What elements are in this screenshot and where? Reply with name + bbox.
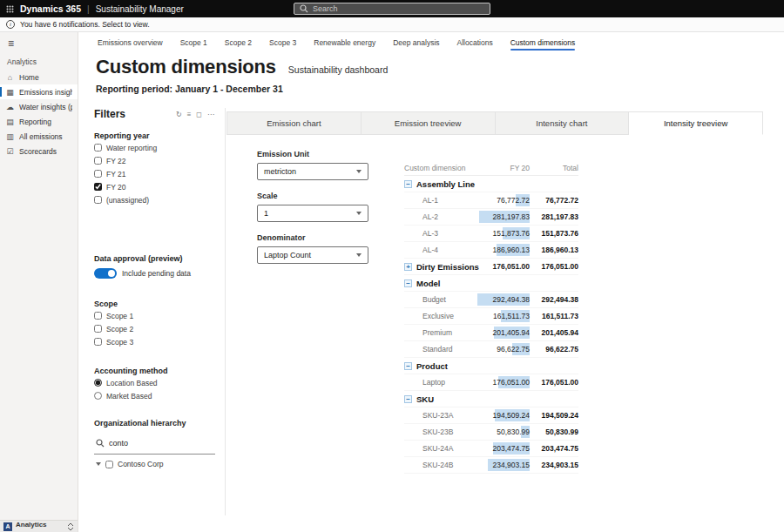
tree-row[interactable]: SKU-23B 50,830.99 50,830.99 [404, 424, 578, 441]
tab-intensity-chart[interactable]: Intensity chart [496, 111, 630, 135]
radio[interactable] [94, 392, 102, 400]
collapse-icon[interactable]: − [404, 180, 412, 188]
tree-group-row[interactable]: −SKU [404, 391, 578, 407]
sidebar-item-all-emissions[interactable]: ▥ All emissions [0, 129, 78, 144]
radio-market-based[interactable]: Market Based [94, 390, 214, 401]
tab-label: Emission treeview [395, 118, 462, 128]
tab-scope-3[interactable]: Scope 3 [269, 32, 296, 53]
checkbox[interactable] [94, 196, 102, 204]
checkbox-scope-1[interactable]: Scope 1 [94, 310, 214, 321]
checkbox-water-reporting[interactable]: Water reporting [94, 142, 214, 153]
emission-unit-dropdown[interactable]: metricton [257, 163, 368, 180]
collapse-icon[interactable]: − [404, 362, 412, 370]
scale-dropdown[interactable]: 1 [257, 205, 368, 222]
tree-group-row[interactable]: +Dirty Emissions 176,051.00 176,051.00 [404, 259, 578, 275]
tree-row[interactable]: AL-2 281,197.83 281,197.83 [404, 209, 578, 226]
dropdown-value: 1 [264, 209, 268, 218]
row-label: AL-3 [404, 229, 477, 238]
search-input[interactable] [313, 4, 484, 13]
tree-row[interactable]: SKU-23A 194,509.24 194,509.24 [404, 407, 578, 424]
tree-row[interactable]: Budget 292,494.38 292,494.38 [404, 292, 578, 308]
checkbox[interactable] [94, 183, 102, 191]
tree-row[interactable]: AL-3 151,873.76 151,873.76 [404, 226, 578, 242]
checkbox[interactable] [94, 338, 102, 346]
checkbox-scope-2[interactable]: Scope 2 [94, 323, 214, 334]
tab-emissions-overview[interactable]: Emissions overview [98, 32, 163, 53]
org-hierarchy-search[interactable] [94, 433, 215, 455]
filter-menu-icon[interactable]: ≡ [187, 111, 192, 118]
menu-icon[interactable]: ≡ [0, 32, 78, 53]
sidebar-item-reporting[interactable]: ▤ Reporting [0, 114, 78, 129]
tab-intensity-treeview[interactable]: Intensity treeview [629, 111, 763, 135]
more-options-icon[interactable]: ⋯ [207, 111, 214, 118]
tree-row[interactable]: Standard 96,622.75 96,622.75 [404, 341, 578, 358]
checkbox[interactable] [94, 170, 102, 178]
denominator-dropdown[interactable]: Laptop Count [257, 246, 368, 264]
chevron-down-icon[interactable] [96, 462, 101, 466]
area-switcher[interactable]: A Analytics [0, 520, 78, 532]
option-label: FY 20 [106, 183, 126, 192]
filters-title: Filters [94, 108, 125, 120]
tree-group-row[interactable]: −Model [404, 275, 578, 292]
collapse-icon[interactable]: − [404, 279, 412, 287]
emission-unit-label: Emission Unit [257, 150, 368, 158]
checkbox[interactable] [94, 312, 102, 320]
checkbox[interactable] [94, 157, 102, 165]
dropdown-value: Laptop Count [264, 251, 311, 259]
chevron-down-icon [356, 253, 362, 257]
app-name-label[interactable]: Sustainability Manager [96, 4, 184, 14]
reset-filters-icon[interactable]: ↻ [176, 111, 182, 118]
tab-custom-dimensions[interactable]: Custom dimensions [510, 32, 576, 53]
row-label: AL-1 [404, 196, 477, 205]
tree-group-row[interactable]: −Assembly Line [404, 176, 578, 192]
tree-group-row[interactable]: −Product [404, 358, 578, 374]
sidebar-item-label: Scorecards [19, 147, 57, 156]
sidebar-item-emissions-insights[interactable]: ▦ Emissions insights [0, 84, 78, 99]
tab-emission-chart[interactable]: Emission chart [226, 111, 362, 135]
tab-allocations[interactable]: Allocations [457, 32, 493, 53]
checkbox-fy21[interactable]: FY 21 [94, 168, 214, 179]
tree-row[interactable]: Exclusive 161,511.73 161,511.73 [404, 308, 578, 325]
sidebar-item-home[interactable]: ⌂ Home [0, 70, 78, 84]
global-search-box[interactable] [294, 3, 490, 15]
tree-row[interactable]: AL-4 186,960.13 186,960.13 [404, 242, 578, 259]
collapse-icon[interactable]: − [404, 395, 412, 403]
tab-label: Intensity chart [536, 118, 587, 128]
checkbox-fy22[interactable]: FY 22 [94, 155, 214, 166]
tree-row[interactable]: SKU-24B 234,903.15 234,903.15 [404, 457, 578, 474]
notification-bar[interactable]: i You have 6 notifications. Select to vi… [0, 17, 784, 32]
reporting-icon: ▤ [5, 118, 15, 126]
expand-filters-icon[interactable]: ◻ [196, 111, 202, 118]
expand-icon[interactable]: + [404, 263, 412, 271]
area-switcher-icon[interactable] [67, 519, 74, 532]
org-search-input[interactable] [109, 439, 213, 448]
tree-row[interactable]: Laptop 176,051.00 176,051.00 [404, 374, 578, 391]
checkbox-fy20[interactable]: FY 20 [94, 181, 214, 192]
radio[interactable] [94, 379, 102, 387]
emissions-insights-icon: ▦ [5, 88, 15, 97]
total-value: 161,511.73 [530, 312, 578, 320]
radio-location-based[interactable]: Location Based [94, 377, 214, 388]
checkbox-scope-3[interactable]: Scope 3 [94, 336, 214, 347]
tab-renewable-energy[interactable]: Renewable energy [314, 32, 375, 53]
tree-row[interactable]: Premium 201,405.94 201,405.94 [404, 325, 578, 341]
sidebar-item-scorecards[interactable]: ☑ Scorecards [0, 144, 78, 158]
checkbox[interactable] [94, 325, 102, 333]
sidebar-item-water-insights[interactable]: ☁ Water insights (previ... [0, 99, 78, 114]
total-value: 186,960.13 [530, 246, 578, 254]
checkbox[interactable] [105, 461, 113, 468]
tree-row[interactable]: AL-1 76,772.72 76,772.72 [404, 192, 578, 209]
include-pending-data-toggle[interactable]: Include pending data [94, 268, 214, 279]
checkbox-unassigned[interactable]: (unassigned) [94, 194, 214, 205]
fy20-value: 50,830.99 [497, 428, 530, 436]
tree-row[interactable]: SKU-24A 203,474.75 203,474.75 [404, 441, 578, 457]
tab-scope-1[interactable]: Scope 1 [180, 32, 207, 53]
org-tree-node-contoso[interactable]: Contoso Corp [94, 460, 214, 468]
checkbox[interactable] [94, 144, 102, 152]
tab-emission-treeview[interactable]: Emission treeview [362, 111, 496, 135]
tab-deep-analysis[interactable]: Deep analysis [393, 32, 439, 53]
toggle-on[interactable] [94, 268, 117, 279]
tab-scope-2[interactable]: Scope 2 [225, 32, 252, 53]
app-launcher-icon[interactable] [6, 5, 14, 13]
brand-label[interactable]: Dynamics 365 [20, 3, 81, 14]
